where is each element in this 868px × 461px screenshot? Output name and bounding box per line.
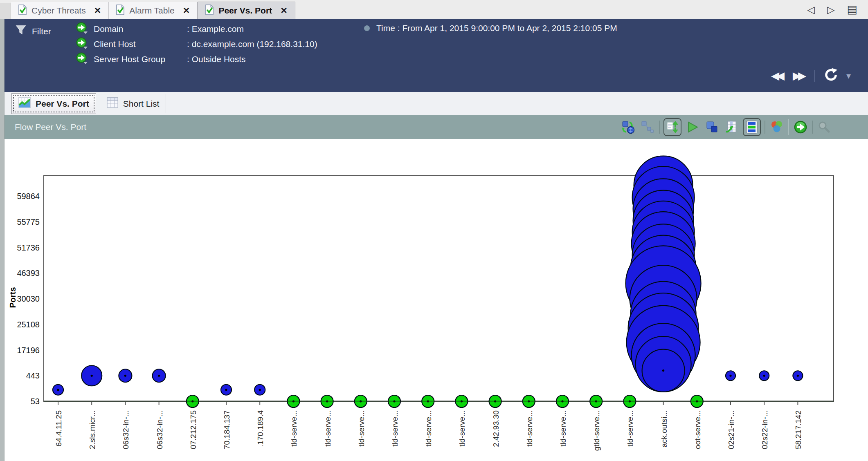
- document-check-icon: [116, 4, 124, 17]
- plot-border: [44, 176, 834, 401]
- tab-peer-vs-port[interactable]: Peer Vs. Port ✕: [198, 2, 295, 19]
- filter-button[interactable]: Filter: [16, 25, 51, 38]
- y-tick-label: 51736: [17, 243, 40, 252]
- x-axis-label: 2.42.93.30: [492, 410, 500, 447]
- y-tick-label: 17196: [17, 346, 40, 355]
- chart-icon: [18, 97, 31, 110]
- subtab-short-list[interactable]: Short List: [100, 94, 166, 113]
- document-check-icon: [18, 4, 27, 17]
- filter-row-value: : Example.com: [187, 24, 244, 34]
- x-axis-label: 07.212.175: [189, 410, 198, 449]
- bubble-center-dot: [259, 389, 261, 391]
- filter-row-value: : dc.example.com (192.168.31.10): [187, 39, 317, 49]
- x-axis-label: 06s32-in-...: [155, 410, 164, 449]
- play-icon[interactable]: [685, 119, 701, 135]
- x-axis-label: 64.4.11.25: [54, 410, 63, 446]
- time-range-text: Time : From Apr 1, 2015 9:00:00 PM to Ap…: [376, 23, 617, 33]
- flow-toolbar-icons: [621, 118, 857, 136]
- close-icon[interactable]: ✕: [183, 6, 190, 16]
- bubble-center-dot: [763, 375, 765, 377]
- x-axis-label: 02s21-in-...: [727, 410, 735, 449]
- y-tick-label: 46393: [17, 269, 40, 277]
- document-tab-bar: Cyber Threats ✕ Alarm Table ✕ Peer Vs. P…: [0, 0, 868, 19]
- x-axis-label: 58.217.142: [794, 410, 803, 449]
- bubble-center-dot: [124, 375, 126, 377]
- refresh-dropdown-icon[interactable]: ▾: [846, 71, 851, 81]
- divider: [788, 119, 789, 135]
- x-axis-label: 2.sls.micr...: [88, 410, 97, 449]
- x-axis-label: .170.189.4: [256, 410, 265, 447]
- y-tick-label: 443: [26, 371, 40, 380]
- divider: [659, 121, 660, 134]
- bubble-center-dot: [158, 375, 160, 377]
- x-axis-label: 70.184.137: [223, 410, 231, 449]
- y-tick-label: 30030: [17, 294, 40, 303]
- filter-row-server-host-group: Server Host Group : Outside Hosts: [76, 53, 246, 66]
- go-icon[interactable]: [793, 119, 808, 135]
- report-icon[interactable]: [724, 119, 739, 135]
- close-icon[interactable]: ✕: [94, 6, 101, 16]
- close-icon[interactable]: ✕: [280, 6, 288, 16]
- go-domain-icon[interactable]: [76, 22, 88, 36]
- filter-row-label: Client Host: [94, 39, 187, 49]
- tab-cyber-threats[interactable]: Cyber Threats ✕: [11, 2, 109, 19]
- bubble-center-dot: [662, 369, 664, 371]
- filter-row-value: : Outside Hosts: [187, 54, 246, 64]
- refresh-icon[interactable]: [823, 67, 838, 84]
- tab-alarm-table[interactable]: Alarm Table ✕: [109, 2, 198, 19]
- tab-label: Peer Vs. Port: [218, 6, 272, 16]
- divider: [765, 121, 765, 134]
- x-axis-label: tld-serve...: [424, 410, 433, 447]
- time-back-icon[interactable]: ◀◀: [771, 69, 785, 82]
- legend-icon[interactable]: [743, 118, 761, 136]
- tab-label: Alarm Table: [129, 6, 175, 16]
- zoom-icon[interactable]: [816, 119, 832, 135]
- flow-peer-vs-port-chart[interactable]: 5986455775517364639330030251081719644353…: [0, 139, 868, 461]
- x-axis-label: tld-serve...: [626, 410, 634, 447]
- flip-axes-icon[interactable]: [663, 118, 681, 136]
- subtab-label: Peer Vs. Port: [36, 99, 89, 109]
- flow-toolbar-title: Flow Peer Vs. Port: [15, 122, 86, 132]
- x-axis-label: 02s22-in-...: [760, 410, 769, 449]
- go-server-host-group-icon[interactable]: [76, 52, 88, 67]
- x-axis-label: ack.outsi...: [660, 410, 668, 448]
- filter-bar: Filter Domain : Example.com Client Host …: [4, 19, 868, 92]
- window-left-border: [0, 19, 4, 461]
- bubble-center-dot: [225, 389, 227, 391]
- filter-row-label: Domain: [94, 24, 187, 34]
- scroll-tabs-left-icon[interactable]: ◁: [807, 5, 815, 15]
- x-axis-label: 06s32-in-...: [121, 410, 130, 449]
- tab-scroll-controls: ◁ ▷ ▤: [807, 4, 868, 19]
- y-tick-label: 55775: [17, 217, 40, 226]
- bubble-center-dot: [729, 375, 731, 377]
- filter-row-label: Server Host Group: [94, 54, 187, 64]
- swap-peer-port-icon[interactable]: [621, 119, 636, 135]
- charts-icon[interactable]: [769, 119, 785, 135]
- y-tick-label: 25108: [17, 320, 40, 329]
- filter-row-domain: Domain : Example.com: [76, 22, 244, 36]
- bubble-center-dot: [797, 375, 799, 377]
- y-tick-label: 59864: [17, 192, 40, 201]
- filter-row-client-host: Client Host : dc.example.com (192.168.31…: [76, 38, 317, 51]
- time-dot-icon: [364, 25, 370, 31]
- peer-port-bubble-plot[interactable]: 5986455775517364639330030251081719644353…: [0, 139, 868, 461]
- tab-bar-gutter: [0, 3, 11, 19]
- time-forward-icon[interactable]: ▶▶: [793, 69, 806, 82]
- x-axis-label: oot-serve...: [693, 410, 702, 449]
- bubble-center-dot: [57, 389, 59, 391]
- flow-toolbar: Flow Peer Vs. Port: [4, 115, 868, 139]
- subtab-peer-vs-port[interactable]: Peer Vs. Port: [11, 93, 96, 114]
- divider: [814, 70, 815, 82]
- x-axis-label: tld-serve...: [324, 410, 332, 447]
- cascade-icon[interactable]: [704, 119, 720, 135]
- x-axis-label: tld-serve...: [391, 410, 399, 447]
- tab-list-icon[interactable]: ▤: [847, 4, 857, 15]
- y-axis-title: Ports: [8, 287, 17, 308]
- consolidate-icon[interactable]: [640, 119, 655, 135]
- divider: [812, 121, 813, 134]
- scroll-tabs-right-icon[interactable]: ▷: [827, 5, 834, 15]
- x-axis-label: tld-serve...: [525, 410, 534, 447]
- x-axis-label: tld-serve...: [559, 410, 567, 447]
- go-client-host-icon[interactable]: [76, 37, 88, 51]
- bubble-center-dot: [91, 375, 93, 377]
